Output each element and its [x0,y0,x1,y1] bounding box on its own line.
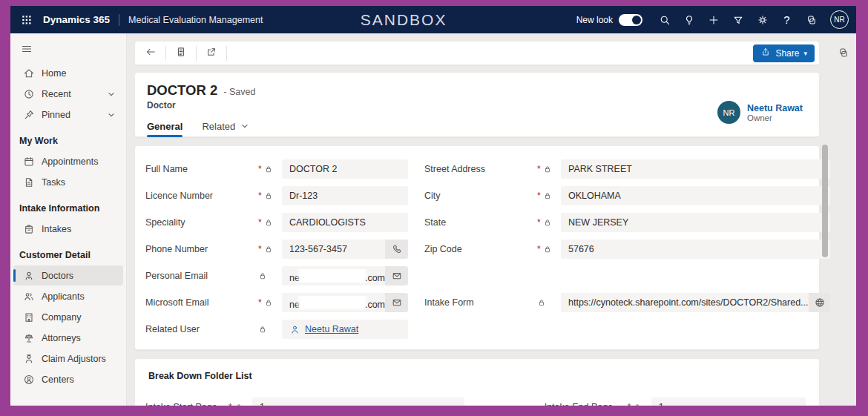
related-user-input[interactable]: Neetu Rawat [282,320,408,339]
globe-button[interactable] [809,293,830,312]
chevron-down-icon [239,120,251,132]
field-label: Licence Number [145,191,258,201]
clock-icon [22,88,35,100]
street-address-input[interactable]: PARK STREET [561,159,830,179]
field-label: Phone Number [145,244,258,254]
top-navigation-bar: Dynamics 365 Medical Evaluation Manageme… [10,6,856,33]
envelope-icon [391,297,403,308]
field-label: State [424,217,537,228]
new-look-toggle[interactable] [619,14,642,26]
sidebar-item-pinned[interactable]: Pinned [13,105,123,125]
toggle-knob [632,16,641,24]
envelope-button[interactable] [385,266,408,285]
intake-end-page-input[interactable]: 1 [651,397,806,406]
field-row-intake-end-page: Intake End Page*1 [545,397,806,406]
sidebar-item-company[interactable]: Company [13,307,123,327]
field-label: Related User [145,324,258,334]
tab-related[interactable]: Related [202,120,251,137]
sidebar-item-attorneys[interactable]: Attorneys [13,328,123,348]
required-asterisk: * [258,218,262,227]
nav-group-header: My Work [10,125,126,151]
user-avatar[interactable]: NR [830,10,849,29]
owner-name-link[interactable]: Neetu Rawat [747,103,803,113]
owner-avatar[interactable]: NR [717,101,740,124]
app-launcher-waffle-icon[interactable] [15,9,37,31]
zip-code-input[interactable]: 57676 [561,240,830,259]
sidebar-item-applicants[interactable]: Applicants [13,286,123,306]
intake-form-input[interactable]: https://cynoteck.sharepoint.com/sites/DO… [561,293,830,312]
filter-icon[interactable] [728,10,748,30]
speciality-input[interactable]: CARDIOLOGISTS [282,213,408,232]
sidebar-collapse-icon[interactable] [16,39,37,59]
intake-icon [22,223,35,235]
field-value: 1 [659,402,664,406]
form-selector-button[interactable] [170,44,192,63]
pin-icon [22,109,35,121]
plus-icon[interactable] [703,10,723,30]
popout-icon [206,46,217,61]
main-content: Share ▾ DOCTOR 2 - Saved Doctor GeneralR… [127,33,830,406]
field-value: CARDIOLOGISTS [289,217,366,228]
sidebar-item-home[interactable]: Home [13,63,123,83]
entity-name: Doctor [147,100,717,110]
popout-button[interactable] [200,44,223,63]
settings-icon[interactable] [752,10,772,30]
full-name-input[interactable]: DOCTOR 2 [282,159,408,179]
tab-general[interactable]: General [147,120,183,137]
centers-icon [22,374,35,386]
dynamics-brand[interactable]: Dynamics 365 [43,14,110,25]
share-button[interactable]: Share ▾ [753,44,815,62]
back-button[interactable] [139,44,162,63]
field-row-city: City*OKLOHAMA [424,186,830,205]
state-input[interactable]: NEW JERSEY [561,213,830,232]
field-markers: * [258,245,282,254]
search-icon[interactable] [654,10,674,30]
field-markers: * [258,298,282,307]
sidebar-item-appointments[interactable]: Appointments [13,151,123,171]
lock-icon [264,245,273,254]
field-row-speciality: Speciality*CARDIOLOGISTS [145,213,408,232]
licence-number-input[interactable]: Dr-123 [282,186,408,205]
redaction-blur [300,296,364,308]
field-markers [537,298,561,307]
copilot-icon[interactable] [801,10,821,30]
related-user-link[interactable]: Neetu Rawat [305,324,358,334]
sidebar-item-label: Applicants [42,291,85,302]
microsoft-email-input[interactable]: ne.com [282,293,408,312]
app-name[interactable]: Medical Evaluation Management [128,15,263,25]
sidebar-item-label: Appointments [42,156,98,167]
required-asterisk: * [537,218,541,227]
sidebar-item-doctors[interactable]: Doctors [13,265,123,285]
copilot-icon[interactable] [835,44,852,62]
save-status: - Saved [223,87,255,97]
lightbulb-icon[interactable] [679,10,699,30]
vertical-scrollbar[interactable] [822,145,828,257]
field-markers: * [258,218,282,227]
intake-start-page-input[interactable]: 1 [252,397,464,406]
field-row-related-user: Related UserNeetu Rawat [145,320,408,339]
redacted-email-value: ne.com [289,269,385,283]
sidebar-item-tasks[interactable]: Tasks [13,172,123,192]
sidebar-item-label: Claim Adjustors [42,354,106,364]
field-row-full-name: Full Name*DOCTOR 2 [145,159,408,179]
share-icon [760,47,771,59]
globe-icon [814,297,826,308]
field-row-intake-form: Intake Formhttps://cynoteck.sharepoint.c… [424,293,830,312]
phone-icon [391,243,403,255]
sidebar-item-claim-adjustors[interactable]: Claim Adjustors [13,349,123,369]
personal-email-input[interactable]: ne.com [282,266,408,285]
city-input[interactable]: OKLOHAMA [561,186,830,205]
phone-button[interactable] [385,240,408,259]
envelope-button[interactable] [385,293,408,312]
field-label: Full Name [145,164,258,174]
required-asterisk: * [537,191,541,200]
help-icon[interactable]: ? [777,10,797,30]
sidebar-item-recent[interactable]: Recent [13,84,123,104]
sidebar-item-centers[interactable]: Centers [13,369,123,389]
sidebar-item-intakes[interactable]: Intakes [13,219,123,239]
company-icon [22,311,35,323]
field-row-personal-email: Personal Emailne.com [145,266,408,285]
browser-frame: Dynamics 365 Medical Evaluation Manageme… [0,0,868,416]
field-row-state: State*NEW JERSEY [424,213,830,232]
phone-number-input[interactable]: 123-567-3457 [282,240,408,259]
